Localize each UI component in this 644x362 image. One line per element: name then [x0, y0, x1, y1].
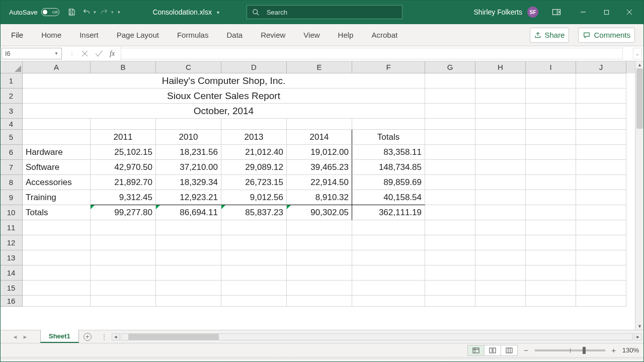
- cell-J10[interactable]: [576, 205, 626, 220]
- cell-E15[interactable]: [287, 281, 352, 296]
- filename[interactable]: Consolodation.xlsx ▾: [152, 8, 219, 16]
- cell-J2[interactable]: [576, 88, 626, 104]
- worksheet-grid[interactable]: A B C D E F G H I J 1 Hailey's Computer …: [0, 61, 644, 330]
- minimize-button[interactable]: [572, 0, 595, 24]
- cell-D14[interactable]: [221, 265, 287, 281]
- cell-A4[interactable]: [23, 119, 91, 130]
- qat-customize-icon[interactable]: ▾: [118, 10, 120, 15]
- cell-F7[interactable]: 148,734.85: [352, 160, 425, 175]
- col-head-F[interactable]: F: [352, 61, 425, 73]
- cell-F4[interactable]: [352, 119, 425, 130]
- cell-H11[interactable]: [475, 220, 526, 235]
- cell-E16[interactable]: [287, 296, 352, 307]
- cell-G16[interactable]: [425, 296, 475, 307]
- view-normal-button[interactable]: [467, 345, 485, 356]
- cell-H12[interactable]: [475, 235, 526, 250]
- cell-J4[interactable]: [576, 119, 626, 130]
- col-head-I[interactable]: I: [526, 61, 576, 73]
- tab-formulas[interactable]: Formulas: [168, 24, 218, 46]
- cell-I15[interactable]: [526, 281, 576, 296]
- cell-G1[interactable]: [425, 73, 475, 88]
- zoom-in-button[interactable]: +: [610, 346, 617, 354]
- cell-D13[interactable]: [221, 250, 287, 265]
- name-box[interactable]: I6 ▼: [2, 48, 62, 59]
- cell-D5[interactable]: 2013: [221, 130, 287, 145]
- cell-B4[interactable]: [91, 119, 156, 130]
- cell-J6[interactable]: [576, 145, 626, 160]
- zoom-out-button[interactable]: −: [523, 346, 530, 354]
- cell-J5[interactable]: [576, 130, 626, 145]
- row-head-14[interactable]: 14: [0, 265, 23, 281]
- cell-J11[interactable]: [576, 220, 626, 235]
- cell-E10[interactable]: 90,302.05: [287, 205, 352, 220]
- cell-I13[interactable]: [526, 250, 576, 265]
- row-head-3[interactable]: 3: [0, 104, 23, 119]
- cell-H13[interactable]: [475, 250, 526, 265]
- cell-C16[interactable]: [156, 296, 221, 307]
- col-head-A[interactable]: A: [23, 61, 91, 73]
- formula-expand-icon[interactable]: ⌄: [633, 48, 642, 59]
- select-all-corner[interactable]: [0, 61, 23, 73]
- scroll-left-icon[interactable]: ◄: [112, 333, 120, 340]
- cell-F13[interactable]: [352, 250, 425, 265]
- cell-D4[interactable]: [221, 119, 287, 130]
- cell-F11[interactable]: [352, 220, 425, 235]
- row-head-16[interactable]: 16: [0, 296, 23, 307]
- redo-dropdown-icon[interactable]: ▾: [111, 10, 114, 15]
- row-head-2[interactable]: 2: [0, 88, 23, 104]
- cell-A14[interactable]: [23, 265, 91, 281]
- cell-F9[interactable]: 40,158.54: [352, 190, 425, 205]
- cell-D12[interactable]: [221, 235, 287, 250]
- col-head-B[interactable]: B: [91, 61, 156, 73]
- cell-G9[interactable]: [425, 190, 475, 205]
- enter-icon[interactable]: [95, 50, 103, 57]
- row-head-7[interactable]: 7: [0, 160, 23, 175]
- cell-C7[interactable]: 37,210.00: [156, 160, 221, 175]
- tab-acrobat[interactable]: Acrobat: [362, 24, 407, 46]
- cell-J12[interactable]: [576, 235, 626, 250]
- sheet-tab-sheet1[interactable]: Sheet1: [40, 330, 79, 343]
- col-head-E[interactable]: E: [287, 61, 352, 73]
- cell-B8[interactable]: 21,892.70: [91, 175, 156, 190]
- cell-B7[interactable]: 42,970.50: [91, 160, 156, 175]
- cell-J8[interactable]: [576, 175, 626, 190]
- col-head-J[interactable]: J: [576, 61, 626, 73]
- cell-H7[interactable]: [475, 160, 526, 175]
- cell-A6[interactable]: Hardware: [23, 145, 91, 160]
- cell-A5[interactable]: [23, 130, 91, 145]
- view-page-layout-button[interactable]: [484, 345, 501, 356]
- cell-A13[interactable]: [23, 250, 91, 265]
- row-head-5[interactable]: 5: [0, 130, 23, 145]
- cell-I2[interactable]: [526, 88, 576, 104]
- fx-icon[interactable]: fx: [110, 50, 115, 58]
- cell-D9[interactable]: 9,012.56: [221, 190, 287, 205]
- cell-D16[interactable]: [221, 296, 287, 307]
- close-button[interactable]: [618, 0, 641, 24]
- cell-E8[interactable]: 22,914.50: [287, 175, 352, 190]
- cell-I6[interactable]: [526, 145, 576, 160]
- new-sheet-button[interactable]: +: [79, 330, 96, 343]
- tab-home[interactable]: Home: [32, 24, 70, 46]
- cell-H14[interactable]: [475, 265, 526, 281]
- cell-D8[interactable]: 26,723.15: [221, 175, 287, 190]
- cell-I10[interactable]: [526, 205, 576, 220]
- cell-I9[interactable]: [526, 190, 576, 205]
- cell-A9[interactable]: Training: [23, 190, 91, 205]
- cell-E7[interactable]: 39,465.23: [287, 160, 352, 175]
- cell-H8[interactable]: [475, 175, 526, 190]
- cell-C10[interactable]: 86,694.11: [156, 205, 221, 220]
- col-head-H[interactable]: H: [475, 61, 526, 73]
- cell-C12[interactable]: [156, 235, 221, 250]
- cell-D15[interactable]: [221, 281, 287, 296]
- col-head-D[interactable]: D: [221, 61, 287, 73]
- row-head-6[interactable]: 6: [0, 145, 23, 160]
- undo-dropdown-icon[interactable]: ▾: [94, 10, 96, 15]
- cell-G3[interactable]: [425, 104, 475, 119]
- cell-B11[interactable]: [91, 220, 156, 235]
- cell-I5[interactable]: [526, 130, 576, 145]
- cell-A1[interactable]: Hailey's Computer Shop, Inc.: [23, 73, 425, 88]
- zoom-level[interactable]: 130%: [622, 346, 639, 354]
- tab-help[interactable]: Help: [329, 24, 363, 46]
- cell-G4[interactable]: [425, 119, 475, 130]
- sheet-nav[interactable]: ◄ ►: [0, 330, 40, 343]
